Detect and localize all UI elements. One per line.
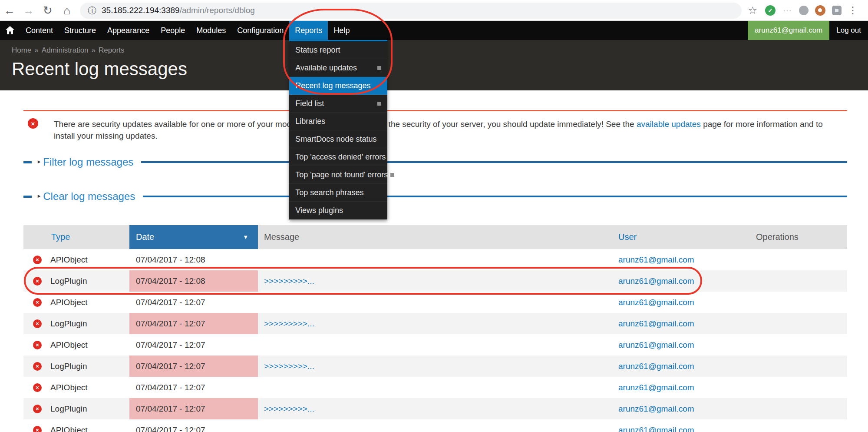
sort-by-type-header[interactable]: Type <box>51 232 70 242</box>
log-date: 07/04/2017 - 12:07 <box>136 340 205 350</box>
log-type: APIObject <box>50 383 88 392</box>
log-type: APIObject <box>50 298 88 307</box>
dots-extension-icon[interactable]: ⋯ <box>782 5 792 16</box>
log-type: LogPlugin <box>50 362 87 371</box>
menu-item-top-page-not-found[interactable]: Top 'page not found' errors <box>289 166 387 184</box>
user-link[interactable]: arunz61@gmail.com <box>618 425 694 432</box>
menu-item-smartdocs-node-status[interactable]: SmartDocs node status <box>289 130 387 148</box>
error-icon: × <box>33 362 42 371</box>
submenu-indicator-icon <box>377 66 381 70</box>
log-type: APIObject <box>50 255 88 265</box>
error-icon: × <box>33 426 42 432</box>
back-icon[interactable]: ← <box>0 4 19 17</box>
log-message-link[interactable]: >>>>>>>>>... <box>264 276 314 286</box>
table-row: ×APIObject 07/04/2017 - 12:07 arunz61@gm… <box>23 419 847 432</box>
bookmark-star-icon[interactable]: ☆ <box>748 4 757 17</box>
error-icon: × <box>33 256 42 264</box>
main-content: × There are security updates available f… <box>0 90 868 432</box>
gray-extension-icon[interactable] <box>799 6 809 15</box>
log-messages-table: Type Date ▼ Message User Operations ×API… <box>23 225 847 432</box>
admin-toolbar: Content Structure Appearance People Modu… <box>0 21 868 40</box>
browser-home-icon[interactable]: ⌂ <box>57 4 76 17</box>
toolbar-item-help[interactable]: Help <box>328 21 355 40</box>
message-header: Message <box>264 232 299 242</box>
square-extension-icon[interactable] <box>832 6 842 15</box>
toolbar-item-reports[interactable]: Reports Status report Available updates … <box>289 21 328 40</box>
clear-log-messages-toggle[interactable]: Clear log messages <box>43 190 135 203</box>
log-date: 07/04/2017 - 12:08 <box>136 276 205 286</box>
home-icon[interactable] <box>0 21 20 40</box>
operations-header: Operations <box>756 232 799 242</box>
error-icon: × <box>33 383 42 392</box>
reports-dropdown-menu: Status report Available updates Recent l… <box>289 40 387 219</box>
menu-item-available-updates[interactable]: Available updates <box>289 59 387 77</box>
info-icon[interactable]: ⓘ <box>88 5 96 17</box>
orange-extension-icon[interactable] <box>815 5 825 16</box>
user-link[interactable]: arunz61@gmail.com <box>618 276 694 286</box>
alert-text: There are security updates available for… <box>54 118 831 142</box>
clear-log-messages-fieldset: ‣ Clear log messages <box>23 189 847 204</box>
user-link[interactable]: arunz61@gmail.com <box>618 340 694 350</box>
log-type: APIObject <box>50 425 88 432</box>
log-type: LogPlugin <box>50 319 87 329</box>
submenu-indicator-icon <box>377 102 381 106</box>
forward-icon[interactable]: → <box>19 4 38 17</box>
green-check-extension-icon[interactable]: ✓ <box>765 5 776 16</box>
error-icon: × <box>33 405 42 413</box>
table-row: ×APIObject 07/04/2017 - 12:08 arunz61@gm… <box>23 249 847 270</box>
table-row: ×APIObject 07/04/2017 - 12:07 arunz61@gm… <box>23 292 847 313</box>
log-date: 07/04/2017 - 12:07 <box>136 362 205 371</box>
page-header: Home»Administration»Reports Recent log m… <box>0 40 868 90</box>
toolbar-item-appearance[interactable]: Appearance <box>102 21 155 40</box>
log-message-link[interactable]: >>>>>>>>>... <box>264 319 314 329</box>
logout-button[interactable]: Log out <box>829 21 868 40</box>
account-button[interactable]: arunz61@gmail.com <box>748 21 829 40</box>
breadcrumb-home[interactable]: Home <box>12 46 31 54</box>
user-link[interactable]: arunz61@gmail.com <box>618 319 694 329</box>
toolbar-item-content[interactable]: Content <box>20 21 59 40</box>
log-type: LogPlugin <box>50 276 87 286</box>
table-row: ×LogPlugin 07/04/2017 - 12:07 >>>>>>>>>.… <box>23 398 847 419</box>
error-icon: × <box>33 341 42 349</box>
user-link[interactable]: arunz61@gmail.com <box>618 404 694 414</box>
user-link[interactable]: arunz61@gmail.com <box>618 362 694 371</box>
collapse-arrow-icon: ‣ <box>36 192 41 202</box>
extension-icons: ✓ ⋯ ⋮ <box>765 5 862 16</box>
error-icon: × <box>28 118 38 129</box>
menu-item-libraries[interactable]: Libraries <box>289 113 387 130</box>
filter-log-messages-toggle[interactable]: Filter log messages <box>43 156 133 168</box>
available-updates-link[interactable]: available updates <box>637 120 701 129</box>
menu-item-top-access-denied[interactable]: Top 'access denied' errors <box>289 148 387 166</box>
menu-item-top-search-phrases[interactable]: Top search phrases <box>289 184 387 202</box>
log-date: 07/04/2017 - 12:07 <box>136 298 205 307</box>
user-link[interactable]: arunz61@gmail.com <box>618 298 694 307</box>
menu-item-recent-log-messages[interactable]: Recent log messages <box>289 77 387 95</box>
dash-icon <box>23 161 32 163</box>
page-title: Recent log messages <box>12 59 868 80</box>
browser-menu-icon[interactable]: ⋮ <box>848 5 858 16</box>
toolbar-item-configuration[interactable]: Configuration <box>231 21 289 40</box>
menu-item-views-plugins[interactable]: Views plugins <box>289 202 387 219</box>
fieldset-rule <box>143 196 847 197</box>
error-icon: × <box>33 298 42 307</box>
menu-item-field-list[interactable]: Field list <box>289 95 387 113</box>
error-icon: × <box>33 277 42 286</box>
log-date: 07/04/2017 - 12:07 <box>136 404 205 414</box>
log-message-link[interactable]: >>>>>>>>>... <box>264 362 314 371</box>
breadcrumb-reports[interactable]: Reports <box>99 46 125 54</box>
toolbar-item-people[interactable]: People <box>155 21 191 40</box>
toolbar-right: arunz61@gmail.com Log out <box>748 21 868 40</box>
user-link[interactable]: arunz61@gmail.com <box>618 255 694 265</box>
url-input[interactable]: ⓘ 35.185.222.194:3389/admin/reports/dblo… <box>80 3 742 19</box>
sort-by-date-header[interactable]: Date ▼ <box>129 225 258 249</box>
user-link[interactable]: arunz61@gmail.com <box>618 383 694 392</box>
menu-item-status-report[interactable]: Status report <box>289 41 387 59</box>
breadcrumb-administration[interactable]: Administration <box>42 46 89 54</box>
url-host: 35.185.222.194:3389 <box>102 6 180 15</box>
toolbar-item-modules[interactable]: Modules <box>191 21 231 40</box>
refresh-icon[interactable]: ↻ <box>38 4 57 17</box>
log-message-link[interactable]: >>>>>>>>>... <box>264 404 314 414</box>
log-date: 07/04/2017 - 12:08 <box>136 255 205 265</box>
toolbar-item-structure[interactable]: Structure <box>59 21 102 40</box>
sort-by-user-header[interactable]: User <box>618 232 637 242</box>
